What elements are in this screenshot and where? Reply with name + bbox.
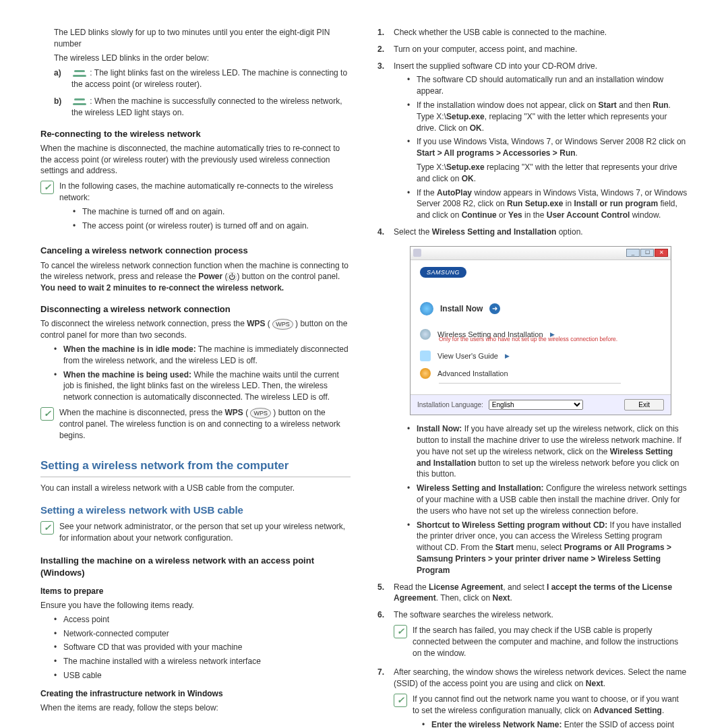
marker-a: a) xyxy=(54,67,66,90)
step-2: 2.Turn on your computer, access point, a… xyxy=(377,44,688,55)
maximize-button[interactable]: ☐ xyxy=(640,249,654,257)
intro-p2: The wireless LED blinks in the order bel… xyxy=(54,53,351,64)
note-intro: In the following cases, the machine auto… xyxy=(59,181,351,204)
create-intro: When the items are ready, follow the ste… xyxy=(40,702,351,714)
note-icon: ✓ xyxy=(40,521,54,535)
reconnect-bullet-2: The access point (or wireless router) is… xyxy=(73,220,351,232)
disconnect-bullet-1: When the machine is in idle mode: The ma… xyxy=(54,344,351,367)
item-2: Network-connected computer xyxy=(54,628,351,640)
note-icon: ✓ xyxy=(40,407,54,421)
item-4: The machine installed with a wireless ne… xyxy=(54,656,351,667)
reconnect-bullet-1: The machine is turned off and on again. xyxy=(73,206,351,218)
sublist-item-b: b) : When the machine is successfully co… xyxy=(54,96,351,119)
sublist-a-content: : The light blinks fast on the wireless … xyxy=(71,67,351,90)
triangle-icon: ▶ xyxy=(505,352,510,361)
note-icon: ✓ xyxy=(40,181,54,194)
power-icon: ⏻ xyxy=(227,272,237,282)
wireless-icon xyxy=(420,329,431,340)
step3-b1: The software CD should automatically run… xyxy=(407,74,688,97)
usb-title: Setting a wireless network with USB cabl… xyxy=(40,503,351,517)
item-3: Software CD that was provided with your … xyxy=(54,642,351,653)
step-6: 6. The software searches the wireless ne… xyxy=(377,609,688,661)
step-5: 5. Read the License Agreement, and selec… xyxy=(377,582,688,605)
canceling-title: Canceling a wireless network connection … xyxy=(40,245,351,257)
gear-icon xyxy=(420,368,431,379)
setting-intro: You can install a wireless network with … xyxy=(40,483,351,494)
note-icon: ✓ xyxy=(394,625,407,638)
wps-icon: WPS xyxy=(250,408,271,419)
step3-b4: If the AutoPlay window appears in Window… xyxy=(407,187,688,221)
minimize-button[interactable]: _ xyxy=(626,249,640,257)
reconnecting-note: ✓ In the following cases, the machine au… xyxy=(40,181,351,235)
installer-footer: Installation Language: English Exit xyxy=(411,394,671,415)
intro-block: The LED blinks slowly for up to two minu… xyxy=(40,27,351,119)
intro-p1: The LED blinks slowly for up to two minu… xyxy=(54,27,351,50)
led-solid-icon xyxy=(71,98,88,105)
install-now-row[interactable]: Install Now ➜ xyxy=(420,302,661,315)
samsung-logo: SAMSUNG xyxy=(420,267,466,278)
step-4: 4. Select the Wireless Setting and Insta… xyxy=(377,226,688,576)
wps-icon: WPS xyxy=(272,319,293,330)
reconnecting-title: Re-connecting to the wireless network xyxy=(40,128,351,140)
after-b1: Install Now: If you have already set up … xyxy=(407,423,688,480)
exit-button[interactable]: Exit xyxy=(624,399,664,411)
item-5: USB cable xyxy=(54,670,351,681)
close-button[interactable]: ✕ xyxy=(655,249,668,257)
canceling-p1: To cancel the wireless network connectio… xyxy=(40,260,351,294)
step-7: 7. After searching, the window shows the… xyxy=(377,667,688,728)
sublist-item-a: a) : The light blinks fast on the wirele… xyxy=(54,67,351,90)
step6-note: ✓ If the search has failed, you may chec… xyxy=(394,625,688,661)
installer-window: _ ☐ ✕ SAMSUNG Install Now ➜ xyxy=(410,246,671,415)
wireless-hint: Only for the users who have not set up t… xyxy=(439,336,661,344)
create-title: Creating the infrastructure network in W… xyxy=(40,688,351,700)
disconnect-bullet-2: When the machine is being used: While th… xyxy=(54,369,351,403)
arrow-icon: ➜ xyxy=(489,303,500,314)
lang-select[interactable]: English xyxy=(489,400,583,410)
note-icon: ✓ xyxy=(394,694,407,707)
step3-b2: If the installation window does not appe… xyxy=(407,100,688,133)
usb-note: ✓ See your network administrator, or the… xyxy=(40,521,351,547)
items-intro: Ensure you have the following items read… xyxy=(40,600,351,611)
reconnecting-p1: When the machine is disconnected, the ma… xyxy=(40,143,351,177)
setting-main-title: Setting a wireless network from the comp… xyxy=(40,458,351,477)
disconnecting-title: Disconnecting a wireless network connect… xyxy=(40,303,351,315)
divider xyxy=(439,383,621,384)
lang-label: Installation Language: xyxy=(417,400,483,410)
marker-b: b) xyxy=(54,96,66,119)
install-title: Installing the machine on a wireless net… xyxy=(40,555,351,579)
step3-b3: If you use Windows Vista, Windows 7, or … xyxy=(407,136,688,184)
step7-note: ✓ If you cannot find out the network nam… xyxy=(394,694,688,728)
step-1: 1.Check whether the USB cable is connect… xyxy=(377,27,688,38)
step7-sub: Enter the wireless Network Name: Enter t… xyxy=(422,719,688,728)
disconnecting-p1: To disconnect the wireless network conne… xyxy=(40,318,351,341)
disconnect-note: ✓ When the machine is disconnected, pres… xyxy=(40,407,351,444)
install-now-icon xyxy=(420,302,433,315)
step-3: 3.Insert the supplied software CD into y… xyxy=(377,61,688,221)
item-1: Access point xyxy=(54,614,351,626)
items-title: Items to prepare xyxy=(40,586,351,597)
installer-titlebar: _ ☐ ✕ xyxy=(411,247,671,260)
led-blink-icon xyxy=(71,70,88,77)
after-b3: Shortcut to Wireless Setting program wit… xyxy=(407,520,688,576)
sublist-b-content: : When the machine is successfully conne… xyxy=(71,96,351,119)
right-column: 1.Check whether the USB cable is connect… xyxy=(377,27,688,728)
advanced-row[interactable]: Advanced Installation xyxy=(420,368,661,379)
titlebar-icon xyxy=(413,249,421,257)
guide-icon xyxy=(420,351,431,361)
left-column: The LED blinks slowly for up to two minu… xyxy=(40,27,351,728)
after-b2: Wireless Setting and Installation: Confi… xyxy=(407,483,688,516)
view-guide-row[interactable]: View User's Guide ▶ xyxy=(420,351,661,361)
